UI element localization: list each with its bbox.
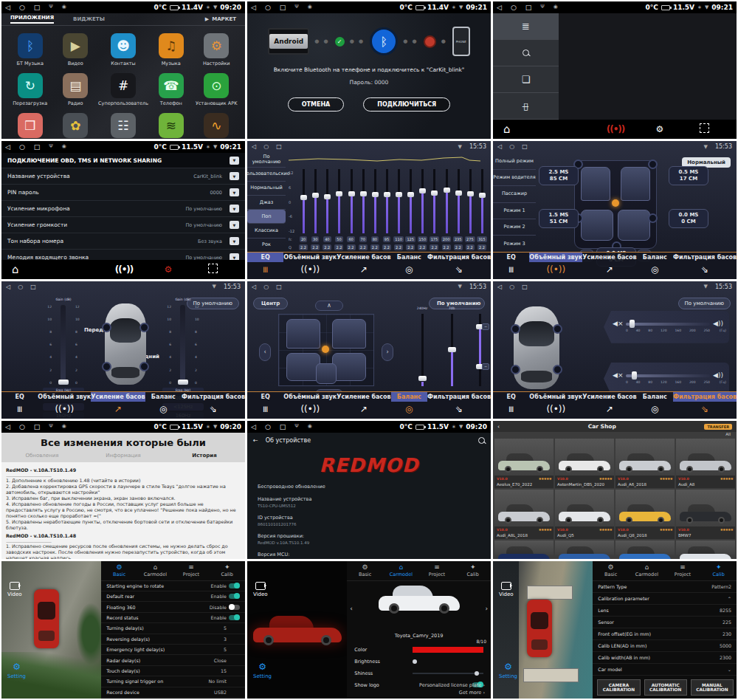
manual-calibration-button[interactable]: MANUAL CALIBRATION [691, 679, 734, 696]
rear-filter-slider[interactable]: Задний ◀× ◀)) 04080120160200250 (Гц) [604, 363, 729, 395]
next-model-button[interactable]: › [485, 605, 488, 612]
camera-tab[interactable]: ✦Calib [209, 561, 245, 580]
eq-band-slider[interactable] [321, 169, 333, 233]
app-icon-item[interactable]: ⊙ Установщик APK [194, 73, 240, 106]
eq-band-slider[interactable] [297, 169, 309, 233]
gain-knob[interactable] [58, 380, 69, 385]
car-image[interactable] [494, 490, 554, 526]
toggle-switch[interactable] [229, 605, 240, 610]
eq-band-knob[interactable] [407, 192, 414, 197]
spdif-freq-slider[interactable]: 240Hz Spdif Freq [411, 314, 433, 386]
app-icon[interactable]: # [111, 73, 136, 98]
car-model-card-partial[interactable] [676, 541, 735, 555]
eq-band-knob[interactable] [455, 191, 462, 196]
calibration-row[interactable]: Car model ⌄ [593, 664, 737, 676]
eq-band-slider[interactable] [416, 169, 428, 233]
balance-seat-grid[interactable] [278, 314, 374, 386]
app-icon[interactable]: ⚙ [204, 33, 229, 58]
app-icon-item[interactable]: ↻ Перезагрузка [7, 73, 53, 106]
front-gain-slider[interactable]: Gain (dB) 121086420 121086420 [43, 299, 84, 385]
setting-button[interactable]: ⚙Setting [253, 662, 272, 679]
app-icon-item[interactable]: ☎ Телефон [148, 73, 194, 106]
audio-tab[interactable]: Усиление басов↗ [582, 253, 636, 279]
eq-band-slider[interactable] [333, 169, 345, 233]
car-model-card-partial[interactable] [615, 541, 675, 555]
eq-preset[interactable]: По умолчанию [247, 153, 286, 167]
app-icon[interactable]: ☷ [111, 113, 136, 138]
audio-tab[interactable]: Фильтрация басов⇘ [427, 253, 491, 279]
audio-tab[interactable]: Баланс◎ [637, 253, 673, 279]
car-model-card[interactable]: V10.0★★★★★ Audi_Q5 [555, 490, 614, 539]
market-link[interactable]: ▶МАРКЕТ [205, 16, 236, 22]
screen-snapshot-button[interactable] [682, 123, 726, 135]
toggle-switch[interactable] [229, 583, 240, 589]
eq-band-slider[interactable] [393, 169, 404, 233]
audio-tab[interactable]: Баланс◎ [391, 253, 427, 279]
app-icon-item[interactable]: ≋ adbWireless [148, 113, 194, 139]
eq-band-slider[interactable] [452, 169, 464, 233]
app-icon[interactable]: ▤ [63, 73, 88, 98]
eq-band-slider[interactable] [369, 169, 381, 233]
eq-band-knob[interactable] [419, 188, 426, 193]
camera-tab[interactable]: ⌂Carmodel [383, 561, 419, 580]
app-icon[interactable]: ≋ [159, 113, 184, 138]
settings-row[interactable]: PIN пароль 0000 ▼ [1, 185, 245, 201]
camera-tab[interactable]: ≡Project [173, 561, 210, 580]
car-model-card[interactable]: V10.0★★★★★ Audi_A6_2018 [615, 439, 675, 488]
brightness-row[interactable]: Brightness [347, 656, 491, 668]
toggle-switch[interactable] [229, 679, 240, 684]
back-button[interactable]: ← [253, 437, 258, 444]
dropdown-button[interactable]: ▼ [230, 237, 239, 245]
eq-band-knob[interactable] [479, 193, 486, 198]
settings-button[interactable]: ⚙ [638, 124, 682, 134]
ota-label[interactable]: Беспроводное обновление [258, 484, 480, 490]
hotspot-button[interactable]: ((•)) [593, 124, 638, 134]
settings-button[interactable]: ⚙ [146, 264, 190, 275]
camera-setting-row[interactable]: Record quality Full HD [101, 698, 245, 699]
car-model-card[interactable]: V10.0★★★★★ BMW7 [676, 490, 735, 539]
arrow-right-button[interactable]: › [382, 343, 393, 361]
car-model-card[interactable]: V10.0★★★★★ Audi_A8L_2018 [494, 490, 554, 539]
camera-tab[interactable]: ✦Calib [700, 561, 737, 580]
default-button[interactable]: По умолчанию [678, 298, 731, 309]
eq-band-knob[interactable] [467, 191, 474, 196]
dropdown-button[interactable]: ▼ [230, 188, 239, 196]
audio-tab[interactable]: Фильтрация басов⇘ [673, 253, 737, 279]
shiness-row[interactable]: Shiness [347, 668, 491, 679]
toggle-switch[interactable] [229, 615, 240, 620]
search-icon[interactable] [478, 437, 485, 444]
tab-info[interactable]: Информация [83, 453, 164, 459]
eq-band-knob[interactable] [396, 192, 402, 197]
settings-row[interactable]: Тон набора номера Без звука ▼ [1, 233, 245, 250]
calibration-row[interactable]: Calibration parameter ⌃ [593, 593, 737, 605]
home-button[interactable]: ⌂ [503, 123, 511, 136]
camera-tab[interactable]: ⌂Carmodel [629, 561, 665, 580]
app-icon-item[interactable]: ♫ Музыка [148, 33, 194, 66]
get-more-link[interactable]: Get more › [459, 690, 485, 696]
camera-setting-row[interactable]: Record device USB2 [101, 687, 245, 698]
license-plate-link[interactable]: Personalized license plate › [419, 682, 485, 688]
dropdown-button[interactable]: ▼ [230, 172, 239, 180]
eq-preset[interactable]: Пользовательские [247, 168, 286, 182]
toggle-switch[interactable] [229, 594, 240, 599]
settings-row[interactable]: Усиление громкости По умолчанию ▼ [1, 217, 245, 233]
eq-preset[interactable]: Поп [247, 210, 286, 224]
app-icon[interactable]: ♫ [159, 33, 184, 58]
eq-band-knob[interactable] [372, 192, 379, 197]
rear-gain-slider[interactable]: Gain (dB) 121086420 121086420 [162, 299, 204, 385]
toggle-switch[interactable] [229, 690, 240, 695]
car-model-card[interactable]: V10.0★★★★★ Audi_Q8_2018 [615, 490, 675, 539]
android-nav[interactable]: ◁○□Ψ◉ [5, 4, 66, 11]
eq-preset[interactable]: Джаз [247, 196, 286, 210]
listening-mode[interactable]: Режим 2 [493, 219, 536, 236]
audio-tab[interactable]: Объёмный звук((•)) [38, 392, 91, 419]
app-icon[interactable]: ☎ [159, 73, 184, 98]
eq-band-slider[interactable] [476, 169, 488, 233]
listener-position-dot[interactable] [612, 199, 619, 207]
tab-widgets[interactable]: ВИДЖЕТЫ [73, 16, 105, 22]
camera-tab[interactable]: ⚙Basic [347, 561, 383, 580]
audio-tab[interactable]: Усиление басов↗ [582, 392, 636, 419]
app-icon-item[interactable]: ᛒ БТ Музыка [7, 33, 53, 66]
arrow-left-button[interactable]: ‹ [259, 343, 271, 361]
eq-band-knob[interactable] [384, 192, 390, 197]
